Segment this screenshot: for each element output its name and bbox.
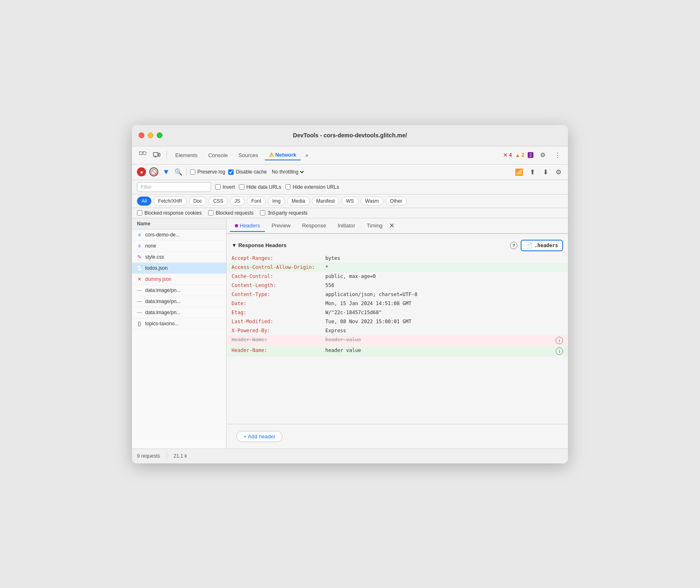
maximize-traffic-light[interactable] [157,132,162,138]
wifi-icon[interactable]: 📶 [515,167,524,176]
list-item[interactable]: ≡none [132,241,226,252]
stop-recording-button[interactable]: ■ [137,167,146,176]
header-name: Date: [232,301,322,306]
headers-file-button[interactable]: 📄 .headers [521,240,563,251]
tab-more[interactable]: » [303,151,311,159]
list-item[interactable]: ≡cors-demo-de... [132,229,226,241]
table-row: Header-Name:header valuei [227,346,568,357]
headers-panel: ▼ Response Headers ? 📄 .headers Accept-R… [227,234,568,424]
header-name: Access-Control-Allow-Origin: [232,264,322,270]
search-icon[interactable]: 🔍 [174,167,183,176]
preserve-log-checkbox[interactable]: Preserve log [190,169,225,175]
disable-cache-checkbox[interactable]: Disable cache [228,169,267,175]
header-name: Content-Length: [232,282,322,288]
svg-rect-3 [158,153,160,156]
type-filter-all[interactable]: All [137,197,151,206]
inspect-icon[interactable] [137,149,148,161]
blocked-cookies-checkbox[interactable]: Blocked response cookies [137,210,202,216]
blocked-requests-checkbox[interactable]: Blocked requests [208,210,253,216]
requests-stat: 9 requests [137,453,160,459]
table-row: Last-Modified:Tue, 08 Nov 2022 15:00:01 … [227,317,568,326]
svg-rect-1 [143,152,146,155]
filter-icon[interactable]: ▼ [162,167,171,176]
response-headers-section[interactable]: ▼ Response Headers ? 📄 .headers [227,237,568,254]
hide-extension-urls-checkbox[interactable]: Hide extension URLs [285,184,339,190]
type-filter-wasm[interactable]: Wasm [361,197,384,206]
table-row: Date:Mon, 15 Jan 2024 14:51:08 GMT [227,299,568,308]
devtools-window: DevTools - cors-demo-devtools.glitch.me/… [132,125,568,463]
tab-sources[interactable]: Sources [234,150,262,160]
list-item[interactable]: 📄todos.json [132,263,226,274]
window-title: DevTools - cors-demo-devtools.glitch.me/ [293,132,407,139]
tab-response[interactable]: Response [297,220,331,232]
type-filter-font[interactable]: Font [247,197,266,206]
svg-rect-2 [153,153,158,156]
list-item[interactable]: ✕dummy.json [132,274,226,285]
header-value: Tue, 08 Nov 2022 15:00:01 GMT [325,319,563,324]
type-filter-js[interactable]: JS [230,197,245,206]
filter-bar: Invert Hide data URLs Hide extension URL… [132,180,568,194]
header-value: application/json; charset=UTF-8 [325,292,563,297]
type-filter-media[interactable]: Media [287,197,310,206]
tab-initiator[interactable]: Initiator [333,220,360,232]
more-options-icon[interactable]: ⋮ [552,149,563,161]
type-filter-css[interactable]: CSS [209,197,228,206]
tab-elements[interactable]: Elements [171,150,202,160]
upload-icon[interactable]: ⬆ [528,167,537,176]
table-row: X-Powered-By:Express [227,326,568,335]
filter-input[interactable] [137,182,211,192]
type-filter-bar: AllFetch/XHRDocCSSJSFontImgMediaManifest… [132,194,568,208]
table-row: Access-Control-Allow-Origin:* [227,263,568,272]
right-panel: HeadersPreviewResponseInitiatorTiming✕ ▼… [227,218,568,449]
list-item[interactable]: {}topics-taxono... [132,318,226,329]
close-traffic-light[interactable] [139,132,144,138]
header-value: 556 [325,282,563,288]
info-icon[interactable]: i [556,337,563,344]
main-toolbar: Elements Console Sources ⚠ Network » ✕ 4… [132,146,568,164]
panel-close-button[interactable]: ✕ [389,222,394,229]
throttle-select[interactable]: No throttling [270,169,305,175]
help-icon[interactable]: ? [510,242,517,249]
add-header-button[interactable]: + Add header [236,431,283,442]
tab-console[interactable]: Console [204,150,232,160]
header-name: Cache-Control: [232,273,322,279]
invert-checkbox[interactable]: Invert [215,184,235,190]
file-list: Name ≡cors-demo-de...≡none✎style.css📄tod… [132,218,227,449]
clear-button[interactable]: 🚫 [149,167,158,176]
traffic-lights [139,132,162,138]
tab-network[interactable]: ⚠ Network [265,150,301,160]
type-filter-manifest[interactable]: Manifest [312,197,339,206]
type-filter-other[interactable]: Other [385,197,407,206]
minimize-traffic-light[interactable] [148,132,153,138]
size-stat: 21.1 k [174,453,187,459]
header-value: * [325,264,563,270]
type-filter-img[interactable]: Img [268,197,285,206]
header-value: bytes [325,255,563,261]
red-error-count: 4 [509,152,512,158]
list-item[interactable]: ✎style.css [132,252,226,263]
type-filter-doc[interactable]: Doc [189,197,206,206]
tab-timing[interactable]: Timing [362,220,388,232]
list-item[interactable]: —data:image/pn... [132,296,226,307]
type-filter-fetch[interactable]: Fetch/XHR [153,197,187,206]
download-icon[interactable]: ⬇ [541,167,550,176]
table-row: Header-Name:header valuei [227,335,568,346]
hide-data-urls-checkbox[interactable]: Hide data URLs [239,184,281,190]
header-value: public, max-age=0 [325,273,563,279]
network-settings-icon[interactable]: ⚙ [554,167,563,176]
header-name: X-Powered-By: [232,328,322,333]
device-icon[interactable] [151,149,162,161]
yellow-error-count: 2 [522,152,524,158]
list-item[interactable]: —data:image/pn... [132,285,226,296]
purple-error-count: 2 [528,152,533,158]
third-party-checkbox[interactable]: 3rd-party requests [260,210,307,216]
tab-preview[interactable]: Preview [267,220,295,232]
header-name: Etag: [232,310,322,315]
settings-gear-icon[interactable]: ⚙ [537,149,548,161]
list-item[interactable]: —data:image/pn... [132,307,226,318]
header-name: Content-Type: [232,292,322,297]
type-filter-ws[interactable]: WS [341,197,358,206]
tab-headers[interactable]: Headers [230,220,265,232]
info-icon[interactable]: i [556,347,563,355]
header-value: header value [325,347,552,353]
